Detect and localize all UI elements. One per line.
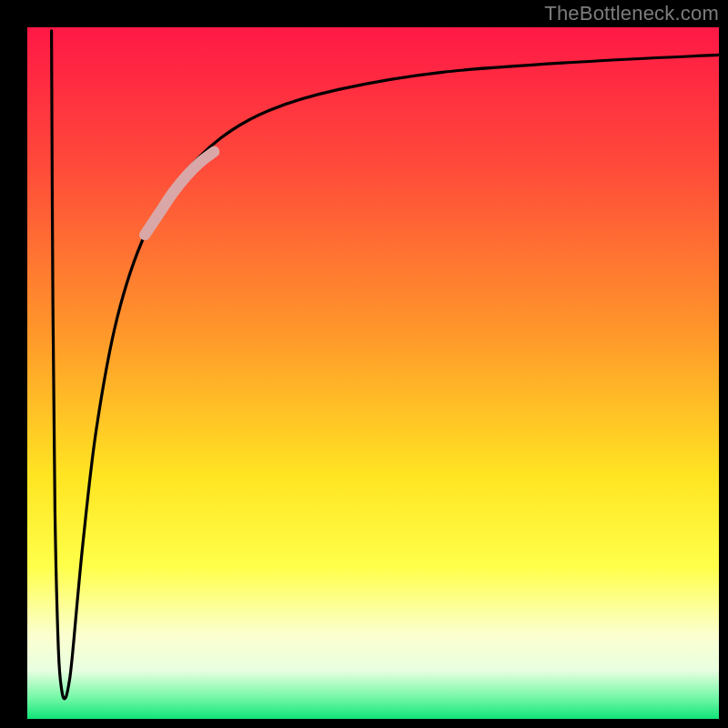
bottleneck-chart — [0, 0, 728, 728]
chart-frame: TheBottleneck.com — [0, 0, 728, 728]
plot-background-gradient — [27, 27, 719, 719]
watermark-text: TheBottleneck.com — [544, 2, 719, 25]
